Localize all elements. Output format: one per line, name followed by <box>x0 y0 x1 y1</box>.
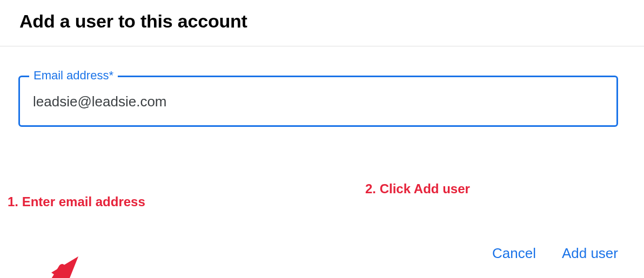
email-field-wrapper: Email address* <box>18 76 618 127</box>
annotation-step-1: 1. Enter email address <box>8 194 145 209</box>
svg-marker-2 <box>51 256 78 278</box>
add-user-button[interactable]: Add user <box>562 245 618 262</box>
annotation-step-2: 2. Click Add user <box>365 181 470 196</box>
dialog-header: Add a user to this account <box>0 0 644 46</box>
page-title: Add a user to this account <box>19 11 625 32</box>
cancel-button[interactable]: Cancel <box>492 245 536 262</box>
svg-line-1 <box>32 267 62 278</box>
email-label: Email address* <box>29 69 118 83</box>
dialog-content: Email address* <box>0 46 644 127</box>
dialog-actions: Cancel Add user <box>492 245 618 262</box>
email-field[interactable] <box>18 76 618 127</box>
